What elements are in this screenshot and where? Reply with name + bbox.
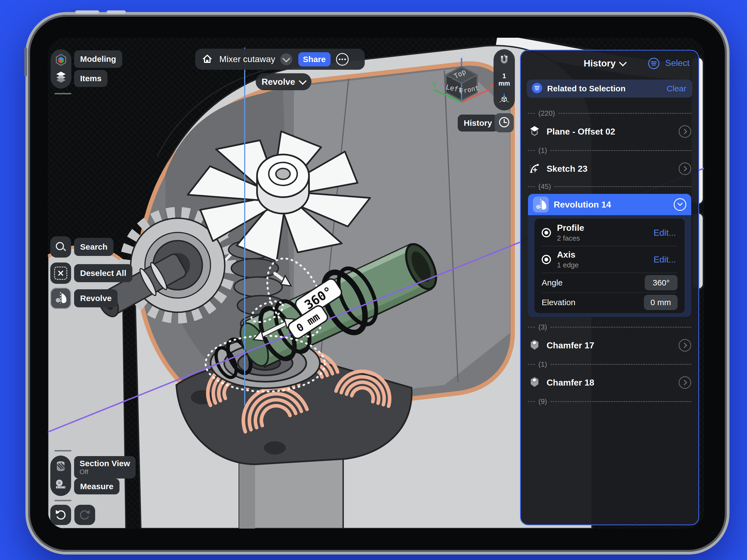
document-bar: Mixer cutaway Share: [195, 49, 365, 70]
history-toggle-button[interactable]: [495, 113, 514, 132]
count-divider: (220): [528, 109, 691, 117]
history-item-sketch[interactable]: Sketch 23: [528, 156, 691, 181]
chamfer-icon: [528, 376, 541, 390]
angle-label: Angle: [542, 278, 645, 287]
search-button[interactable]: [50, 236, 71, 258]
chevron-down-icon: [282, 55, 290, 62]
items-label[interactable]: Items: [74, 70, 107, 87]
items-layers-icon[interactable]: [55, 71, 67, 84]
share-button[interactable]: Share: [298, 52, 331, 67]
measure-icon[interactable]: [54, 478, 67, 491]
view-cube[interactable]: Top Left Front Y X: [430, 54, 493, 117]
deselect-all-label-text: Deselect All: [80, 269, 126, 278]
chevron-down-icon: [619, 58, 627, 66]
chevron-right-icon[interactable]: [679, 376, 691, 389]
profile-detail: 2 faces: [557, 234, 646, 243]
deselect-all-label[interactable]: Deselect All: [74, 264, 132, 282]
revolve-icon: [533, 197, 549, 212]
clear-filter-button[interactable]: Clear: [665, 84, 688, 94]
deselect-all-button[interactable]: [50, 262, 71, 284]
more-options-icon[interactable]: [336, 53, 349, 66]
chevron-right-icon[interactable]: [679, 162, 691, 175]
measure-label[interactable]: Measure: [74, 479, 120, 494]
count-label: (9): [538, 397, 547, 406]
x-axis-label: X: [490, 82, 493, 90]
snap-pill[interactable]: 1 mm: [493, 49, 515, 110]
revolution-header[interactable]: Revolution 14: [528, 194, 691, 215]
revolve-label[interactable]: Revolve: [74, 289, 118, 307]
modeling-cube-icon[interactable]: [55, 54, 67, 67]
document-title[interactable]: Mixer cutaway: [219, 54, 275, 64]
history-item-label: Chamfer 18: [547, 378, 673, 388]
modeling-label[interactable]: Modeling: [74, 50, 122, 68]
profile-row[interactable]: Profile 2 faces Edit...: [535, 220, 685, 246]
section-view-state: Off: [80, 468, 130, 476]
history-item-chamfer17[interactable]: Chamfer 17: [528, 333, 691, 358]
chamfer-icon: [528, 338, 541, 353]
count-label: (45): [538, 182, 551, 191]
volume-button-1: [75, 10, 99, 14]
count-label: (1): [538, 360, 547, 368]
history-list: (220) Plane - Offset 02 (1): [521, 109, 698, 406]
history-item-plane[interactable]: Plane - Offset 02: [528, 119, 691, 144]
filter-chip[interactable]: Related to Selection Clear: [527, 80, 692, 98]
title-dropdown-button[interactable]: [280, 53, 292, 65]
count-label: (1): [538, 146, 547, 155]
axis-edit-button[interactable]: Edit...: [652, 254, 677, 265]
select-button[interactable]: Select: [664, 58, 691, 68]
filter-label: Related to Selection: [547, 84, 661, 93]
revolution-title: Revolution 14: [554, 200, 669, 210]
search-icon: [55, 241, 67, 253]
angle-input[interactable]: 360°: [645, 275, 677, 290]
history-mode-dropdown[interactable]: History: [584, 58, 626, 69]
bolt-hole-2: [264, 441, 286, 455]
count-divider: (45): [528, 182, 691, 190]
y-axis-label: Y: [432, 81, 437, 89]
sketch-icon: [528, 161, 541, 176]
snap-value: 1: [498, 72, 510, 80]
home-icon[interactable]: [202, 53, 213, 65]
magnet-icon[interactable]: [498, 54, 510, 66]
filter-badge-icon: [531, 82, 543, 95]
chevron-down-icon: [299, 77, 307, 85]
history-item-chamfer18[interactable]: Chamfer 18: [528, 370, 691, 395]
revolve-label-text: Revolve: [80, 294, 111, 303]
profile-label: Profile: [557, 223, 646, 233]
axis-row[interactable]: Axis 1 edge Edit...: [535, 246, 685, 273]
volume-button-2: [107, 10, 126, 14]
section-view-icon[interactable]: [54, 460, 67, 474]
undo-icon: [54, 508, 67, 522]
side-slot: [24, 48, 27, 76]
count-divider: (1): [528, 360, 691, 368]
radio-icon: [542, 255, 551, 264]
active-tool-dropdown[interactable]: Revolve: [256, 73, 311, 90]
fan-hub: [257, 154, 309, 213]
count-divider: (1): [528, 146, 691, 154]
chevron-right-icon[interactable]: [679, 339, 691, 352]
elevation-input[interactable]: 0 mm: [644, 295, 677, 310]
count-divider: (3): [528, 323, 691, 331]
count-label: (3): [538, 323, 547, 331]
elevation-row: Elevation 0 mm: [535, 293, 685, 312]
undo-button[interactable]: [50, 505, 71, 525]
revolve-tool-button[interactable]: [50, 288, 71, 309]
toolbar-divider-bottom-1: [54, 450, 71, 452]
panel-title: History: [584, 58, 616, 69]
revolve-icon: [54, 291, 67, 305]
filter-icon[interactable]: [647, 57, 660, 70]
collapse-icon[interactable]: [674, 198, 686, 211]
items-label-text: Items: [80, 74, 101, 83]
angle-row: Angle 360°: [535, 273, 685, 292]
section-view-label[interactable]: Section View Off: [74, 456, 136, 479]
redo-button[interactable]: [74, 505, 95, 525]
history-panel: History Select: [520, 50, 699, 525]
chevron-right-icon[interactable]: [679, 125, 691, 138]
profile-edit-button[interactable]: Edit...: [652, 228, 677, 238]
search-label[interactable]: Search: [74, 238, 113, 256]
toolbar-divider-top: [54, 93, 71, 94]
scene: 360° 0 mm: [0, 0, 747, 560]
axes-cube-icon[interactable]: [498, 93, 510, 106]
count-label: (220): [538, 109, 555, 118]
history-item-label: Chamfer 17: [547, 340, 673, 351]
history-tooltip-text: History: [464, 119, 492, 128]
